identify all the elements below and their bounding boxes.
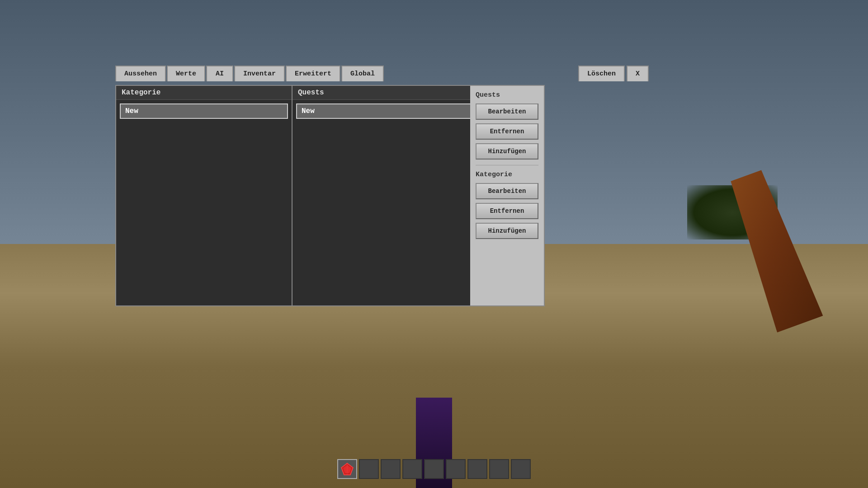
tab-bar: Aussehen Werte AI Inventar Erweitert Glo… [115,66,384,81]
quests-bearbeiten-button[interactable]: Bearbeiten [476,103,538,120]
action-buttons: Löschen X [578,66,649,81]
gem-icon [340,462,354,476]
hotbar [337,459,531,479]
hotbar-slot-0[interactable] [337,459,357,479]
kategorie-bearbeiten-button[interactable]: Bearbeiten [476,183,538,199]
hotbar-slot-1[interactable] [359,459,379,479]
tab-ai[interactable]: AI [206,66,233,81]
hotbar-slot-6[interactable] [467,459,487,479]
tab-erweitert[interactable]: Erweitert [286,66,340,81]
tab-werte[interactable]: Werte [167,66,205,81]
hotbar-slot-7[interactable] [489,459,509,479]
kategorie-header: Kategorie [116,86,292,100]
hotbar-slot-4[interactable] [424,459,444,479]
tab-global[interactable]: Global [341,66,384,81]
tab-aussehen[interactable]: Aussehen [115,66,166,81]
kategorie-hinzufuegen-button[interactable]: Hinzufügen [476,223,538,239]
kategorie-section-label: Kategorie [476,171,538,178]
hotbar-slot-2[interactable] [381,459,401,479]
hotbar-slot-5[interactable] [446,459,466,479]
quests-section-label: Quests [476,91,538,99]
tab-inventar[interactable]: Inventar [234,66,285,81]
kategorie-entfernen-button[interactable]: Entfernen [476,203,538,219]
quests-entfernen-button[interactable]: Entfernen [476,123,538,140]
right-sidebar: Quests Bearbeiten Entfernen Hinzufügen K… [470,85,545,306]
sidebar-separator [476,165,538,165]
kategorie-panel: Kategorie New [116,86,292,305]
kategorie-item-new[interactable]: New [120,103,288,119]
loeschen-button[interactable]: Löschen [578,66,625,81]
hotbar-slot-8[interactable] [511,459,531,479]
close-button[interactable]: X [627,66,649,81]
quests-hinzufuegen-button[interactable]: Hinzufügen [476,143,538,160]
hotbar-slot-3[interactable] [402,459,422,479]
